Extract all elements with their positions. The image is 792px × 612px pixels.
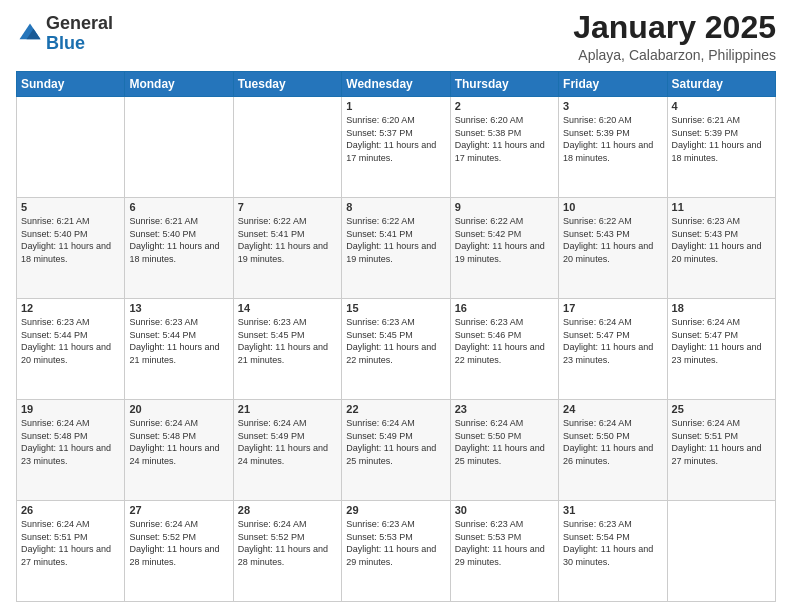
calendar-cell: 10Sunrise: 6:22 AMSunset: 5:43 PMDayligh… — [559, 198, 667, 299]
day-number: 6 — [129, 201, 228, 213]
calendar-cell: 25Sunrise: 6:24 AMSunset: 5:51 PMDayligh… — [667, 400, 775, 501]
day-number: 24 — [563, 403, 662, 415]
day-info: Sunrise: 6:23 AMSunset: 5:45 PMDaylight:… — [238, 316, 337, 366]
calendar-cell: 2Sunrise: 6:20 AMSunset: 5:38 PMDaylight… — [450, 97, 558, 198]
week-row-4: 19Sunrise: 6:24 AMSunset: 5:48 PMDayligh… — [17, 400, 776, 501]
calendar-cell: 18Sunrise: 6:24 AMSunset: 5:47 PMDayligh… — [667, 299, 775, 400]
day-number: 26 — [21, 504, 120, 516]
calendar-cell: 31Sunrise: 6:23 AMSunset: 5:54 PMDayligh… — [559, 501, 667, 602]
day-info: Sunrise: 6:24 AMSunset: 5:50 PMDaylight:… — [563, 417, 662, 467]
calendar-cell: 20Sunrise: 6:24 AMSunset: 5:48 PMDayligh… — [125, 400, 233, 501]
day-number: 5 — [21, 201, 120, 213]
day-number: 2 — [455, 100, 554, 112]
weekday-header-sunday: Sunday — [17, 72, 125, 97]
day-info: Sunrise: 6:24 AMSunset: 5:47 PMDaylight:… — [563, 316, 662, 366]
month-title: January 2025 — [573, 10, 776, 45]
calendar-cell: 27Sunrise: 6:24 AMSunset: 5:52 PMDayligh… — [125, 501, 233, 602]
day-info: Sunrise: 6:24 AMSunset: 5:51 PMDaylight:… — [21, 518, 120, 568]
page: General Blue January 2025 Aplaya, Calaba… — [0, 0, 792, 612]
weekday-header-friday: Friday — [559, 72, 667, 97]
calendar-cell: 12Sunrise: 6:23 AMSunset: 5:44 PMDayligh… — [17, 299, 125, 400]
weekday-header-saturday: Saturday — [667, 72, 775, 97]
week-row-1: 1Sunrise: 6:20 AMSunset: 5:37 PMDaylight… — [17, 97, 776, 198]
logo-icon — [16, 20, 44, 48]
day-info: Sunrise: 6:24 AMSunset: 5:49 PMDaylight:… — [346, 417, 445, 467]
day-number: 27 — [129, 504, 228, 516]
calendar-cell: 30Sunrise: 6:23 AMSunset: 5:53 PMDayligh… — [450, 501, 558, 602]
week-row-3: 12Sunrise: 6:23 AMSunset: 5:44 PMDayligh… — [17, 299, 776, 400]
calendar-cell: 1Sunrise: 6:20 AMSunset: 5:37 PMDaylight… — [342, 97, 450, 198]
day-number: 16 — [455, 302, 554, 314]
calendar-cell: 17Sunrise: 6:24 AMSunset: 5:47 PMDayligh… — [559, 299, 667, 400]
day-number: 17 — [563, 302, 662, 314]
calendar-cell — [17, 97, 125, 198]
calendar-cell: 14Sunrise: 6:23 AMSunset: 5:45 PMDayligh… — [233, 299, 341, 400]
day-number: 19 — [21, 403, 120, 415]
location: Aplaya, Calabarzon, Philippines — [573, 47, 776, 63]
day-info: Sunrise: 6:22 AMSunset: 5:42 PMDaylight:… — [455, 215, 554, 265]
logo-text: General Blue — [46, 14, 113, 54]
day-number: 10 — [563, 201, 662, 213]
calendar-cell — [125, 97, 233, 198]
day-info: Sunrise: 6:24 AMSunset: 5:49 PMDaylight:… — [238, 417, 337, 467]
day-info: Sunrise: 6:24 AMSunset: 5:52 PMDaylight:… — [238, 518, 337, 568]
day-info: Sunrise: 6:23 AMSunset: 5:45 PMDaylight:… — [346, 316, 445, 366]
calendar-cell: 22Sunrise: 6:24 AMSunset: 5:49 PMDayligh… — [342, 400, 450, 501]
day-number: 28 — [238, 504, 337, 516]
day-number: 7 — [238, 201, 337, 213]
day-number: 30 — [455, 504, 554, 516]
day-info: Sunrise: 6:22 AMSunset: 5:41 PMDaylight:… — [346, 215, 445, 265]
day-number: 13 — [129, 302, 228, 314]
week-row-2: 5Sunrise: 6:21 AMSunset: 5:40 PMDaylight… — [17, 198, 776, 299]
day-number: 11 — [672, 201, 771, 213]
day-number: 15 — [346, 302, 445, 314]
day-info: Sunrise: 6:20 AMSunset: 5:39 PMDaylight:… — [563, 114, 662, 164]
day-info: Sunrise: 6:24 AMSunset: 5:48 PMDaylight:… — [129, 417, 228, 467]
day-info: Sunrise: 6:23 AMSunset: 5:43 PMDaylight:… — [672, 215, 771, 265]
logo: General Blue — [16, 14, 113, 54]
logo-blue: Blue — [46, 34, 113, 54]
weekday-header-wednesday: Wednesday — [342, 72, 450, 97]
day-info: Sunrise: 6:23 AMSunset: 5:53 PMDaylight:… — [346, 518, 445, 568]
weekday-header-monday: Monday — [125, 72, 233, 97]
day-info: Sunrise: 6:20 AMSunset: 5:38 PMDaylight:… — [455, 114, 554, 164]
week-row-5: 26Sunrise: 6:24 AMSunset: 5:51 PMDayligh… — [17, 501, 776, 602]
weekday-header-row: SundayMondayTuesdayWednesdayThursdayFrid… — [17, 72, 776, 97]
day-info: Sunrise: 6:24 AMSunset: 5:48 PMDaylight:… — [21, 417, 120, 467]
weekday-header-tuesday: Tuesday — [233, 72, 341, 97]
day-number: 1 — [346, 100, 445, 112]
day-info: Sunrise: 6:23 AMSunset: 5:46 PMDaylight:… — [455, 316, 554, 366]
day-number: 3 — [563, 100, 662, 112]
calendar-cell: 8Sunrise: 6:22 AMSunset: 5:41 PMDaylight… — [342, 198, 450, 299]
day-info: Sunrise: 6:20 AMSunset: 5:37 PMDaylight:… — [346, 114, 445, 164]
calendar-cell: 3Sunrise: 6:20 AMSunset: 5:39 PMDaylight… — [559, 97, 667, 198]
calendar-cell: 9Sunrise: 6:22 AMSunset: 5:42 PMDaylight… — [450, 198, 558, 299]
calendar-table: SundayMondayTuesdayWednesdayThursdayFrid… — [16, 71, 776, 602]
day-number: 22 — [346, 403, 445, 415]
day-number: 4 — [672, 100, 771, 112]
day-number: 8 — [346, 201, 445, 213]
weekday-header-thursday: Thursday — [450, 72, 558, 97]
day-number: 31 — [563, 504, 662, 516]
day-info: Sunrise: 6:23 AMSunset: 5:54 PMDaylight:… — [563, 518, 662, 568]
day-info: Sunrise: 6:23 AMSunset: 5:53 PMDaylight:… — [455, 518, 554, 568]
calendar-cell: 26Sunrise: 6:24 AMSunset: 5:51 PMDayligh… — [17, 501, 125, 602]
day-number: 25 — [672, 403, 771, 415]
day-number: 14 — [238, 302, 337, 314]
day-info: Sunrise: 6:21 AMSunset: 5:39 PMDaylight:… — [672, 114, 771, 164]
day-info: Sunrise: 6:24 AMSunset: 5:50 PMDaylight:… — [455, 417, 554, 467]
calendar-cell: 6Sunrise: 6:21 AMSunset: 5:40 PMDaylight… — [125, 198, 233, 299]
calendar-cell: 28Sunrise: 6:24 AMSunset: 5:52 PMDayligh… — [233, 501, 341, 602]
calendar-cell: 29Sunrise: 6:23 AMSunset: 5:53 PMDayligh… — [342, 501, 450, 602]
calendar-cell: 11Sunrise: 6:23 AMSunset: 5:43 PMDayligh… — [667, 198, 775, 299]
day-number: 9 — [455, 201, 554, 213]
day-info: Sunrise: 6:24 AMSunset: 5:47 PMDaylight:… — [672, 316, 771, 366]
logo-general: General — [46, 14, 113, 34]
day-info: Sunrise: 6:23 AMSunset: 5:44 PMDaylight:… — [21, 316, 120, 366]
header: General Blue January 2025 Aplaya, Calaba… — [16, 10, 776, 63]
day-info: Sunrise: 6:23 AMSunset: 5:44 PMDaylight:… — [129, 316, 228, 366]
calendar-cell: 7Sunrise: 6:22 AMSunset: 5:41 PMDaylight… — [233, 198, 341, 299]
day-info: Sunrise: 6:24 AMSunset: 5:52 PMDaylight:… — [129, 518, 228, 568]
calendar-cell: 24Sunrise: 6:24 AMSunset: 5:50 PMDayligh… — [559, 400, 667, 501]
day-info: Sunrise: 6:24 AMSunset: 5:51 PMDaylight:… — [672, 417, 771, 467]
